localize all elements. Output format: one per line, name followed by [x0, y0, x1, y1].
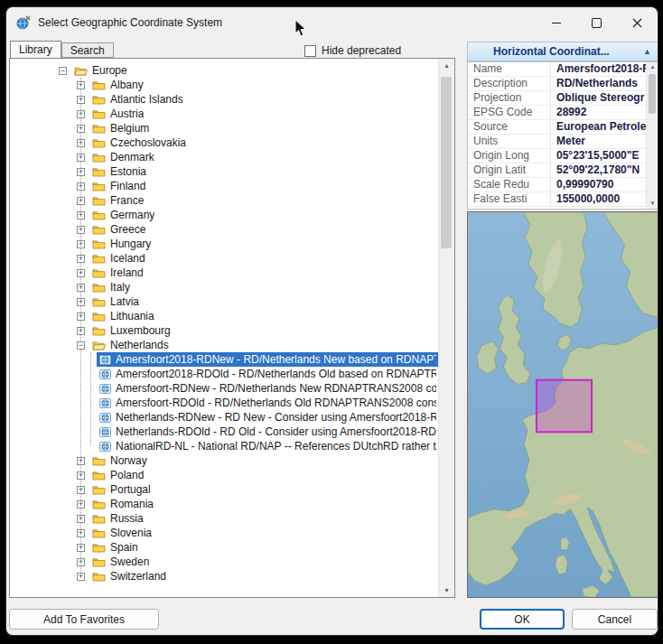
scroll-up-icon[interactable]: ▲: [439, 59, 454, 72]
tree-item-folder[interactable]: +Germany: [10, 208, 439, 222]
tree-item-label: Norway: [110, 454, 147, 467]
close-button[interactable]: [617, 7, 658, 38]
ok-button[interactable]: OK: [480, 609, 565, 630]
expand-plus-icon[interactable]: +: [77, 96, 85, 104]
tree-item-coordinate-system[interactable]: Amersfoort-RDOld - RD/Netherlands Old RD…: [10, 396, 439, 410]
expand-plus-icon[interactable]: +: [77, 125, 85, 133]
tree-item-folder[interactable]: +Spain: [10, 540, 439, 555]
tree-item-content: Albany: [89, 78, 439, 92]
tree-item-folder[interactable]: −Netherlands: [10, 338, 439, 352]
tree-scrollbar-thumb[interactable]: [441, 77, 452, 248]
crs-globe-icon: [99, 412, 111, 424]
tree-item-folder[interactable]: +Sweden: [10, 555, 439, 569]
scroll-down-icon[interactable]: ▼: [439, 583, 454, 597]
tree-item-folder[interactable]: +Portugal: [10, 482, 439, 497]
expand-plus-icon[interactable]: +: [77, 240, 85, 248]
expand-plus-icon[interactable]: +: [77, 110, 85, 118]
tree-item-folder[interactable]: +Poland: [10, 468, 439, 482]
expand-plus-icon[interactable]: +: [77, 139, 85, 147]
tree-item-folder[interactable]: +Albany: [10, 78, 439, 92]
expand-plus-icon[interactable]: +: [77, 515, 85, 523]
detail-panel-header[interactable]: Horizontal Coordinat... ▲: [467, 42, 658, 61]
tree-item-folder[interactable]: +Latvia: [10, 294, 439, 309]
tree-item-folder[interactable]: +France: [10, 193, 439, 208]
property-row: EPSG Code28992: [468, 106, 647, 120]
tree-item-folder[interactable]: +Romania: [10, 497, 439, 511]
add-to-favorites-button[interactable]: Add To Favorites: [9, 609, 159, 630]
property-grid-scrollbar[interactable]: ▲ ▼: [646, 62, 658, 209]
title-bar[interactable]: Select Geographic Coordinate System: [6, 7, 658, 38]
collapse-panel-icon[interactable]: ▲: [643, 42, 651, 61]
tree-item-folder[interactable]: +Estonia: [10, 164, 439, 179]
expand-plus-icon[interactable]: +: [77, 486, 85, 494]
expand-plus-icon[interactable]: +: [77, 313, 85, 321]
expand-plus-icon[interactable]: +: [77, 284, 85, 292]
tree-scrollbar[interactable]: ▲ ▼: [438, 59, 454, 597]
tree-item-folder[interactable]: +Italy: [10, 280, 439, 294]
tree-item-folder[interactable]: +Hungary: [10, 237, 439, 251]
tree-item-folder[interactable]: +Norway: [10, 453, 439, 468]
expand-plus-icon[interactable]: +: [77, 327, 85, 335]
expand-plus-icon[interactable]: +: [77, 255, 85, 263]
tree-item-folder[interactable]: +Switzerland: [10, 569, 439, 583]
expand-plus-icon[interactable]: +: [77, 573, 85, 581]
expand-plus-icon[interactable]: +: [77, 168, 85, 176]
tree-item-folder[interactable]: +Greece: [10, 222, 439, 237]
property-label: Origin Long: [468, 149, 551, 163]
tree-item-folder[interactable]: +Denmark: [10, 150, 439, 164]
expand-plus-icon[interactable]: +: [77, 471, 85, 480]
tree-item-coordinate-system[interactable]: Amersfoort2018-RDOld - RD/Netherlands Ol…: [10, 367, 439, 381]
tree-item-coordinate-system[interactable]: Netherlands-RDNew - RD New - Consider us…: [10, 410, 439, 425]
expand-plus-icon[interactable]: +: [77, 298, 85, 306]
cancel-button[interactable]: Cancel: [572, 609, 658, 630]
tree-item-folder[interactable]: +Lithuania: [10, 309, 439, 323]
tree-item-folder[interactable]: −Europe: [10, 63, 439, 78]
tree-item-content: Portugal: [89, 482, 439, 497]
expand-plus-icon[interactable]: +: [77, 182, 85, 191]
tree-item-folder[interactable]: +Russia: [10, 511, 439, 526]
property-label: Source: [468, 120, 551, 134]
tree-item-label: Netherlands-RDOld - RD Old - Consider us…: [116, 425, 436, 438]
expand-plus-icon[interactable]: +: [77, 558, 85, 566]
tree-item-coordinate-system[interactable]: Amersfoort2018-RDNew - RD/Netherlands Ne…: [10, 352, 439, 367]
expand-plus-icon[interactable]: +: [77, 529, 85, 537]
tree-item-folder[interactable]: +Austria: [10, 107, 439, 121]
app-icon: [15, 15, 31, 31]
scroll-down-icon[interactable]: ▼: [647, 199, 658, 209]
expand-plus-icon[interactable]: +: [77, 500, 85, 509]
expand-plus-icon[interactable]: +: [77, 269, 85, 277]
collapse-minus-icon[interactable]: −: [77, 341, 85, 350]
property-grid-scrollbar-thumb[interactable]: [649, 74, 656, 114]
hide-deprecated-checkbox[interactable]: [304, 45, 316, 57]
tree-item-content: Amersfoort2018-RDOld - RD/Netherlands Ol…: [97, 367, 439, 381]
tab-search[interactable]: Search: [61, 42, 114, 58]
expand-plus-icon[interactable]: +: [77, 211, 85, 219]
property-row: ProjectionOblique Stereogr: [468, 91, 647, 106]
expand-plus-icon[interactable]: +: [77, 197, 85, 205]
expand-plus-icon[interactable]: +: [77, 81, 85, 89]
tree-item-folder[interactable]: +Iceland: [10, 251, 439, 266]
tree-item-folder[interactable]: +Belgium: [10, 121, 439, 135]
tree-item-label: Netherlands-RDNew - RD New - Consider us…: [116, 411, 436, 424]
folder-icon: [92, 195, 106, 206]
expand-plus-icon[interactable]: +: [77, 154, 85, 162]
scroll-up-icon[interactable]: ▲: [647, 62, 658, 72]
tree-item-folder[interactable]: +Atlantic Islands: [10, 92, 439, 107]
expand-plus-icon[interactable]: +: [77, 226, 85, 234]
tab-library[interactable]: Library: [10, 41, 61, 58]
tree-item-folder[interactable]: +Czechoslovakia: [10, 135, 439, 150]
tree-item-folder[interactable]: +Luxembourg: [10, 323, 439, 338]
tree-item-folder[interactable]: +Slovenia: [10, 526, 439, 540]
expand-plus-icon[interactable]: +: [77, 544, 85, 552]
collapse-minus-icon[interactable]: −: [59, 67, 67, 75]
tree-item-folder[interactable]: +Finland: [10, 179, 439, 193]
minimize-button[interactable]: [536, 7, 576, 38]
tree-item-coordinate-system[interactable]: Netherlands-RDOld - RD Old - Consider us…: [10, 425, 439, 439]
tree-item-folder[interactable]: +Ireland: [10, 266, 439, 280]
expand-plus-icon[interactable]: +: [77, 457, 85, 465]
tree-item-coordinate-system[interactable]: Amersfoort-RDNew - RD/Netherlands New RD…: [10, 381, 439, 396]
tree-item-coordinate-system[interactable]: NationalRD-NL - National RD/NAP -- Refer…: [10, 439, 439, 453]
tree-item-content: Netherlands: [89, 338, 439, 352]
maximize-button[interactable]: [576, 7, 617, 38]
property-value: Meter: [551, 135, 647, 148]
